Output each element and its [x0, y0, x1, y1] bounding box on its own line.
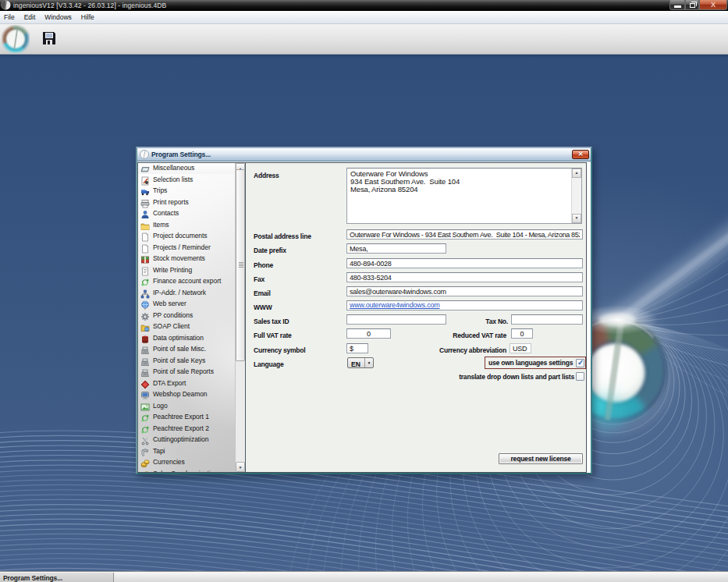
currency-symbol-input[interactable] [346, 343, 368, 353]
sidebar-item-label: Projects / Reminder [153, 243, 211, 251]
sidebar-item-point-of-sale-misc-[interactable]: Point of sale Misc. [138, 343, 236, 355]
sidebar-item-projects-reminder[interactable]: Projects / Reminder [138, 242, 236, 254]
fax-label: Fax [254, 275, 265, 283]
sidebar-item-cuttingoptimization[interactable]: Cuttingoptimization [138, 434, 236, 445]
menu-item-file[interactable]: File [0, 11, 20, 24]
sidebar-item-contacts[interactable]: Contacts [138, 208, 236, 219]
sidebar-item-point-of-sale-reports[interactable]: Point of sale Reports [138, 366, 236, 378]
sidebar-item-miscellaneous[interactable]: Miscellaneous [138, 163, 236, 174]
app-title: ingeniousV12 [V3.3.42 - 26.03.12] - inge… [13, 2, 166, 9]
close-button[interactable]: X [699, 0, 727, 10]
date-prefix-input[interactable] [346, 243, 446, 254]
scrollbar-thumb[interactable] [236, 169, 245, 361]
sidebar-item-currencies[interactable]: Currencies [138, 456, 236, 468]
menu-item-windows[interactable]: Windows [40, 11, 76, 24]
sidebar-item-selection-lists[interactable]: Selection lists [138, 174, 236, 186]
sidebar-item-sales-synchronisation[interactable]: Sales Synchronisation [138, 468, 236, 473]
sidebar-item-items[interactable]: Items [138, 219, 236, 231]
use-own-languages-checkbox[interactable]: ✓ [576, 359, 584, 367]
coins-icon [140, 457, 150, 467]
sidebar-item-stock-movements[interactable]: Stock movements [138, 253, 236, 264]
sidebar-item-tapi[interactable]: Tapi [138, 445, 236, 457]
sidebar-item-label: Webshop Deamon [153, 390, 208, 398]
address-scroll-down-icon[interactable]: ▼ [572, 214, 581, 223]
sidebar-item-point-of-sale-keys[interactable]: Point of sale Keys [138, 355, 236, 367]
scissors-icon [140, 435, 150, 444]
currency-abbr-input[interactable] [510, 343, 531, 353]
address-label: Address [254, 172, 279, 179]
save-icon[interactable] [42, 31, 56, 45]
register-icon [140, 356, 150, 365]
person-icon [140, 208, 150, 218]
dialog-titlebar[interactable]: Program Settings... ✕ [137, 148, 591, 161]
language-label: Language [254, 360, 284, 368]
full-vat-label: Full VAT rate [254, 332, 292, 339]
fax-input[interactable] [346, 272, 583, 282]
sidebar-item-trips[interactable]: Trips [138, 185, 236, 197]
sidebar-item-label: Project documents [153, 232, 208, 240]
dialog-close-button[interactable]: ✕ [572, 150, 589, 159]
address-textarea[interactable]: Outerware For Windows 934 East Southern … [346, 168, 582, 224]
combo-dropdown-icon[interactable]: ▼ [364, 358, 373, 367]
checkmark-icon: ✓ [577, 358, 584, 367]
desktop-background: Program Settings... ✕ MiscellaneousSelec… [0, 55, 728, 571]
scroll-down-icon[interactable]: ▼ [236, 462, 245, 472]
settings-form: Address Outerware For Windows 934 East S… [246, 163, 586, 472]
email-label: Email [254, 289, 271, 297]
sidebar-item-dta-export[interactable]: DTA Export [138, 378, 236, 389]
scrollbar-track[interactable] [236, 361, 245, 462]
tax-no-input[interactable] [511, 314, 583, 325]
sidebar-item-project-documents[interactable]: Project documents [138, 230, 236, 242]
tax-no-label: Tax No. [441, 318, 508, 325]
sidebar-item-peachtree-export-2[interactable]: Peachtree Export 2 [138, 423, 236, 435]
sidebar-item-label: Selection lists [153, 176, 193, 183]
ingenious-logo-icon[interactable] [2, 25, 30, 53]
sidebar-item-finance-account-export[interactable]: Finance account export [138, 275, 236, 287]
www-input[interactable]: www.outerware4windows.com [346, 300, 583, 311]
sidebar-item-label: Logo [153, 402, 168, 410]
phone-input[interactable] [346, 258, 583, 268]
sidebar-item-data-optimisation[interactable]: Data optimisation [138, 332, 236, 344]
email-input[interactable] [346, 286, 583, 296]
phone-label: Phone [254, 261, 273, 269]
sidebar-item-pp-conditions[interactable]: PP conditions [138, 310, 236, 321]
request-license-button[interactable]: request new license [499, 453, 583, 464]
currency-symbol-label: Currency symbol [254, 346, 305, 354]
sidebar-item-label: Sales Synchronisation [153, 470, 218, 473]
sales-tax-input[interactable] [346, 314, 446, 325]
postal-input[interactable] [346, 229, 583, 240]
page-icon [140, 231, 150, 240]
www-link[interactable]: www.outerware4windows.com [350, 301, 440, 309]
maximize-button[interactable] [685, 0, 699, 10]
folder-globe-icon [140, 321, 150, 331]
sidebar-item-peachtree-export-1[interactable]: Peachtree Export 1 [138, 411, 236, 423]
address-scroll-up-icon[interactable]: ▲ [572, 169, 581, 178]
language-combobox[interactable]: EN ▼ [347, 357, 374, 368]
sidebar-items: MiscellaneousSelection listsTripsPrint r… [138, 163, 236, 472]
maximize-icon [690, 3, 695, 8]
sidebar-item-webshop-deamon[interactable]: Webshop Deamon [138, 389, 236, 400]
sidebar-scrollbar[interactable]: ▲ ▼ [235, 163, 245, 472]
sidebar-item-label: Contacts [153, 209, 179, 217]
sidebar-item-logo[interactable]: Logo [138, 400, 236, 412]
full-vat-input[interactable] [346, 328, 391, 339]
statusbar-segment[interactable]: Program Settings... [0, 573, 114, 582]
scrollbar-grip [239, 262, 243, 268]
sidebar-item-write-printing[interactable]: Write Printing [138, 264, 236, 276]
reduced-vat-input[interactable] [511, 328, 533, 339]
sidebar-item-label: Data optimisation [153, 334, 204, 342]
register-icon [140, 344, 150, 353]
minimize-button[interactable] [669, 0, 685, 10]
sidebar-item-print-reports[interactable]: Print reports [138, 197, 236, 208]
sidebar-item-soap-client[interactable]: SOAP Client [138, 321, 236, 332]
menubar: FileEditWindowsHilfe [0, 11, 728, 24]
menu-item-edit[interactable]: Edit [20, 11, 41, 24]
app-titlebar: ingeniousV12 [V3.3.42 - 26.03.12] - inge… [0, 0, 728, 11]
dialog-body: MiscellaneousSelection listsTripsPrint r… [137, 162, 591, 473]
menu-item-hilfe[interactable]: Hilfe [76, 11, 99, 24]
sidebar-item-ip-addr-network[interactable]: IP-Addr. / Network [138, 287, 236, 299]
sidebar-item-web-server[interactable]: Web server [138, 298, 236, 310]
address-scrollbar[interactable]: ▲ ▼ [571, 169, 581, 223]
use-own-languages-label: use own languages settings [488, 359, 573, 367]
translate-lists-checkbox[interactable] [576, 372, 584, 381]
